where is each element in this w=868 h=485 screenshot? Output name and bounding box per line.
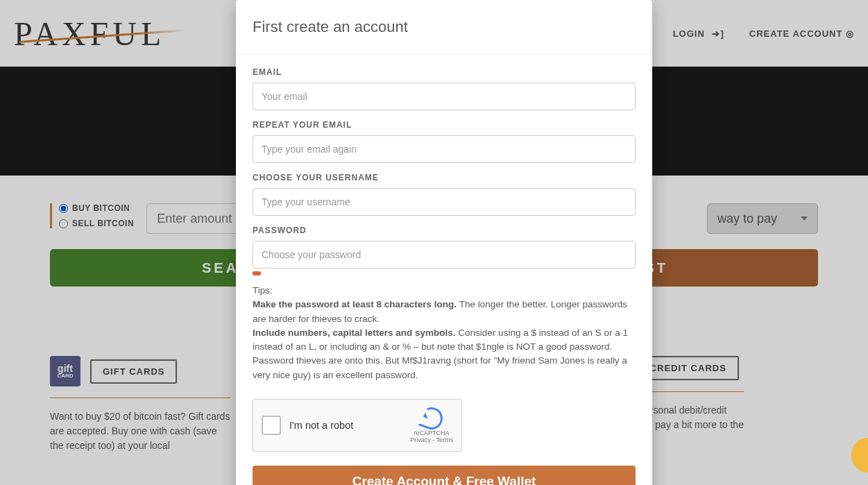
username-label: CHOOSE YOUR USERNAME (253, 173, 636, 182)
recaptcha-label: I'm not a robot (289, 420, 410, 431)
recaptcha-icon (418, 404, 446, 432)
tip2-bold: Include numbers, capital letters and sym… (253, 327, 456, 338)
password-label: PASSWORD (253, 226, 636, 235)
tips-label: Tips: (253, 285, 273, 296)
password-tips: Tips: Make the password at least 8 chara… (253, 284, 636, 382)
password-strength-meter (253, 271, 261, 275)
create-account-submit-button[interactable]: Create Account & Free Wallet (253, 466, 636, 485)
recaptcha-brand: reCAPTCHA Privacy - Terms (410, 407, 453, 443)
recaptcha-checkbox[interactable] (262, 416, 281, 435)
repeat-email-field[interactable] (253, 135, 636, 163)
repeat-email-label: REPEAT YOUR EMAIL (253, 120, 636, 130)
create-account-modal: First create an account EMAIL REPEAT YOU… (236, 0, 652, 485)
email-field[interactable] (253, 83, 636, 110)
email-label: EMAIL (253, 67, 636, 77)
password-field[interactable] (253, 241, 636, 269)
recaptcha-widget[interactable]: I'm not a robot reCAPTCHA Privacy - Term… (253, 399, 462, 452)
recaptcha-links[interactable]: Privacy - Terms (410, 436, 453, 443)
username-field[interactable] (253, 188, 636, 216)
modal-title: First create an account (236, 0, 652, 55)
tip1-bold: Make the password at least 8 characters … (253, 299, 457, 309)
